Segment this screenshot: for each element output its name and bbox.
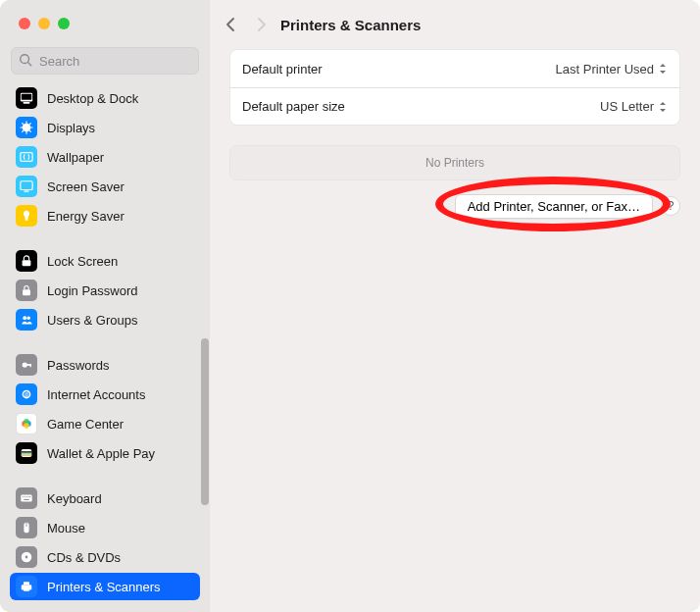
game-center-icon xyxy=(16,413,37,434)
close-window-button[interactable] xyxy=(19,18,30,29)
zoom-window-button[interactable] xyxy=(58,18,70,29)
wallpaper-icon xyxy=(16,146,37,168)
svg-point-38 xyxy=(25,556,28,559)
sidebar-item-label: Mouse xyxy=(47,521,85,536)
default-printer-value-text: Last Printer Used xyxy=(556,62,654,76)
search-input[interactable] xyxy=(37,53,191,70)
forward-button[interactable] xyxy=(249,11,273,38)
sidebar-item-cds-dvds[interactable]: CDs & DVDs xyxy=(10,543,200,571)
cds-dvds-icon xyxy=(16,546,37,568)
sidebar-item-label: Users & Groups xyxy=(47,313,137,328)
sidebar-item-label: Printers & Scanners xyxy=(47,580,161,594)
page-title: Printers & Scanners xyxy=(280,17,421,33)
sidebar-item-wallpaper[interactable]: Wallpaper xyxy=(10,143,200,171)
content: Default printer Last Printer Used Defaul… xyxy=(210,49,700,238)
lock-screen-icon xyxy=(16,250,37,272)
sidebar-list[interactable]: Desktop & DockDisplaysWallpaperScreen Sa… xyxy=(0,82,210,612)
sidebar-item-desktop-dock[interactable]: Desktop & Dock xyxy=(10,84,200,112)
svg-point-30 xyxy=(23,496,24,497)
updown-icon xyxy=(658,101,668,113)
svg-rect-3 xyxy=(22,94,32,100)
traffic-lights xyxy=(0,0,210,29)
sidebar-item-label: Wallpaper xyxy=(47,150,104,165)
default-printer-row[interactable]: Default printer Last Printer Used xyxy=(230,50,679,87)
printers-scanners-icon xyxy=(16,576,37,597)
help-button[interactable]: ? xyxy=(661,196,680,216)
sidebar-item-label: Displays xyxy=(47,121,95,135)
search-field[interactable] xyxy=(11,47,199,75)
sidebar-item-game-center[interactable]: Game Center xyxy=(10,410,200,437)
svg-point-34 xyxy=(29,496,30,497)
sidebar-item-label: Lock Screen xyxy=(47,254,118,269)
sidebar-item-label: Login Password xyxy=(47,283,138,298)
defaults-card: Default printer Last Printer Used Defaul… xyxy=(229,49,680,126)
sidebar-item-energy-saver[interactable]: Energy Saver xyxy=(10,202,200,230)
svg-text:@: @ xyxy=(25,392,29,397)
no-printers-label: No Printers xyxy=(425,156,484,170)
add-printer-button[interactable]: Add Printer, Scanner, or Fax… xyxy=(455,194,653,219)
sidebar-item-printers-scanners[interactable]: Printers & Scanners xyxy=(10,573,200,600)
svg-rect-25 xyxy=(22,451,32,452)
main-panel: Printers & Scanners Default printer Last… xyxy=(210,0,700,612)
default-paper-size-value[interactable]: US Letter xyxy=(600,99,668,114)
sidebar-item-displays[interactable]: Displays xyxy=(10,114,200,141)
energy-saver-icon xyxy=(16,205,37,227)
sidebar-item-label: Internet Accounts xyxy=(47,387,145,402)
sidebar-item-screen-saver[interactable]: Screen Saver xyxy=(10,173,200,200)
sidebar-item-label: Wallet & Apple Pay xyxy=(47,446,155,461)
sidebar: Desktop & DockDisplaysWallpaperScreen Sa… xyxy=(0,0,210,612)
default-paper-size-label: Default paper size xyxy=(242,99,345,114)
sidebar-item-label: Energy Saver xyxy=(47,209,125,224)
svg-point-31 xyxy=(25,496,25,497)
svg-rect-9 xyxy=(25,219,28,221)
svg-rect-16 xyxy=(30,364,31,367)
sidebar-item-internet-accounts[interactable]: @Internet Accounts xyxy=(10,381,200,408)
default-printer-value[interactable]: Last Printer Used xyxy=(556,62,668,76)
sidebar-item-label: Keyboard xyxy=(47,491,102,506)
back-button[interactable] xyxy=(220,11,243,38)
action-row: Add Printer, Scanner, or Fax… ? xyxy=(229,194,680,219)
default-paper-size-value-text: US Letter xyxy=(600,99,654,114)
updown-icon xyxy=(658,63,668,75)
sidebar-item-label: Desktop & Dock xyxy=(47,91,138,106)
wallet-apple-pay-icon xyxy=(16,442,37,464)
search-icon xyxy=(19,53,32,70)
svg-point-13 xyxy=(26,317,30,321)
svg-rect-8 xyxy=(24,190,28,191)
minimize-window-button[interactable] xyxy=(38,18,50,29)
default-paper-size-row[interactable]: Default paper size US Letter xyxy=(230,87,679,125)
sidebar-scrollbar[interactable] xyxy=(201,338,209,505)
sidebar-item-wallet-apple-pay[interactable]: Wallet & Apple Pay xyxy=(10,439,200,467)
screen-saver-icon xyxy=(16,176,37,197)
svg-rect-26 xyxy=(22,453,32,454)
svg-rect-28 xyxy=(21,495,31,502)
sidebar-item-label: Screen Saver xyxy=(47,179,125,194)
svg-rect-29 xyxy=(24,499,28,500)
system-settings-window: Desktop & DockDisplaysWallpaperScreen Sa… xyxy=(0,0,700,612)
svg-rect-24 xyxy=(22,449,32,457)
keyboard-icon xyxy=(16,487,37,509)
search-wrap xyxy=(0,29,210,82)
svg-rect-40 xyxy=(24,582,29,585)
svg-line-1 xyxy=(28,62,31,65)
sidebar-item-keyboard[interactable]: Keyboard xyxy=(10,484,200,512)
default-printer-label: Default printer xyxy=(242,62,323,76)
sidebar-item-users-groups[interactable]: Users & Groups xyxy=(10,306,200,333)
svg-point-14 xyxy=(23,362,27,367)
svg-point-32 xyxy=(26,496,27,497)
sidebar-item-passwords[interactable]: Passwords xyxy=(10,351,200,379)
sidebar-item-label: Passwords xyxy=(47,358,110,373)
sidebar-item-label: Game Center xyxy=(47,417,124,432)
svg-rect-10 xyxy=(23,260,31,266)
svg-rect-27 xyxy=(22,455,32,456)
users-groups-icon xyxy=(16,309,37,331)
sidebar-item-lock-screen[interactable]: Lock Screen xyxy=(10,247,200,275)
sidebar-item-mouse[interactable]: Mouse xyxy=(10,514,200,541)
desktop-dock-icon xyxy=(16,87,37,109)
passwords-icon xyxy=(16,354,37,376)
sidebar-item-label: CDs & DVDs xyxy=(47,550,121,565)
sidebar-item-login-password[interactable]: Login Password xyxy=(10,277,200,304)
svg-point-33 xyxy=(28,496,29,497)
svg-rect-6 xyxy=(21,153,32,162)
printers-list-empty: No Printers xyxy=(229,145,680,180)
